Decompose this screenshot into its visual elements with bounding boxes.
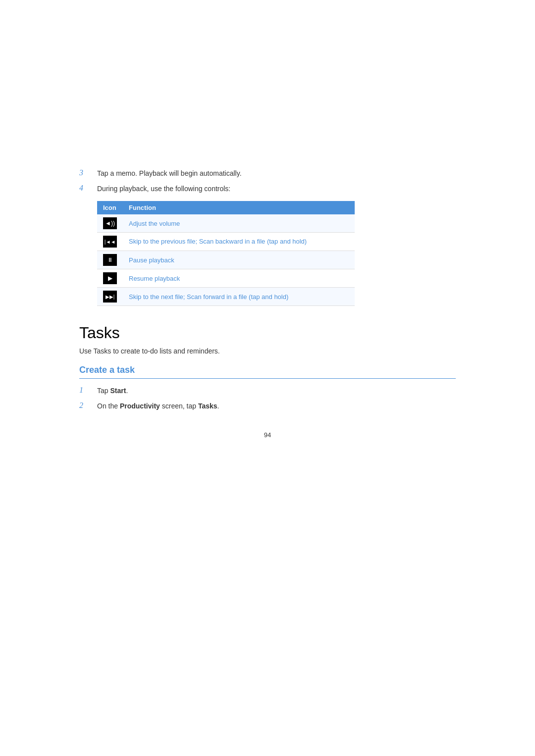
create-step-1: 1 Tap Start. — [79, 386, 456, 396]
page-number: 94 — [79, 431, 456, 439]
controls-table: Icon Function ◄)) Adjust the volume |◄◄ … — [97, 201, 355, 306]
icon-cell-previous: |◄◄ — [97, 233, 123, 251]
function-cell-volume: Adjust the volume — [123, 214, 355, 233]
page-container: 3 Tap a memo. Playback will begin automa… — [0, 0, 535, 756]
table-header-function: Function — [123, 201, 355, 214]
icon-cell-play: ▶ — [97, 269, 123, 288]
create-step-2: 2 On the Productivity screen, tap Tasks. — [79, 401, 456, 411]
function-text-previous: Skip to the previous file; Scan backward… — [129, 238, 307, 245]
table-row: |◄◄ Skip to the previous file; Scan back… — [97, 233, 355, 251]
create-step-text-2: On the Productivity screen, tap Tasks. — [97, 401, 219, 411]
step-number-3: 3 — [79, 168, 94, 177]
create-step-number-1: 1 — [79, 386, 94, 395]
create-task-subtitle: Create a task — [79, 365, 456, 379]
function-cell-previous: Skip to the previous file; Scan backward… — [123, 233, 355, 251]
step-text-4: During playback, use the following contr… — [97, 184, 230, 194]
table-row: ▶▶| Skip to the next file; Scan forward … — [97, 288, 355, 306]
play-icon: ▶ — [103, 272, 117, 284]
create-task-steps: 1 Tap Start. 2 On the Productivity scree… — [79, 386, 456, 411]
previous-icon: |◄◄ — [103, 236, 117, 248]
tasks-section: Tasks Use Tasks to create to-do lists an… — [79, 324, 456, 411]
step-3: 3 Tap a memo. Playback will begin automa… — [79, 168, 456, 179]
next-icon: ▶▶| — [103, 291, 117, 302]
icon-cell-pause: ⏸ — [97, 251, 123, 269]
step-text-3: Tap a memo. Playback will begin automati… — [97, 168, 242, 179]
icon-cell-next: ▶▶| — [97, 288, 123, 306]
function-cell-next: Skip to the next file; Scan forward in a… — [123, 288, 355, 306]
table-row: ◄)) Adjust the volume — [97, 214, 355, 233]
step-4: 4 During playback, use the following con… — [79, 184, 456, 194]
icon-cell-volume: ◄)) — [97, 214, 123, 233]
tasks-title: Tasks — [79, 324, 456, 342]
create-step-text-1: Tap Start. — [97, 386, 128, 396]
top-spacer — [79, 30, 456, 168]
create-step-number-2: 2 — [79, 401, 94, 410]
volume-icon: ◄)) — [103, 217, 117, 229]
tasks-description: Use Tasks to create to-do lists and remi… — [79, 347, 456, 355]
table-row: ▶ Resume playback — [97, 269, 355, 288]
function-cell-resume: Resume playback — [123, 269, 355, 288]
pause-icon: ⏸ — [103, 254, 117, 266]
table-header-icon: Icon — [97, 201, 123, 214]
table-row: ⏸ Pause playback — [97, 251, 355, 269]
function-cell-pause: Pause playback — [123, 251, 355, 269]
step-number-4: 4 — [79, 184, 94, 193]
